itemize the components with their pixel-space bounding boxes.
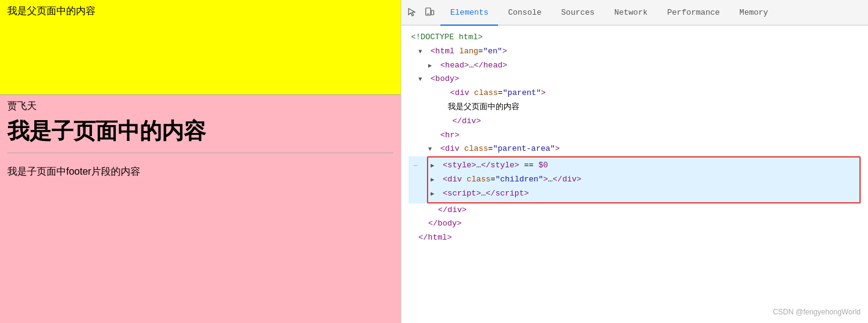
tab-network[interactable]: Network — [605, 0, 658, 26]
html-line: <html lang="en"> — [409, 45, 861, 59]
inspect-icon[interactable] — [406, 6, 418, 18]
watermark: CSDN @fengyehongWorld — [773, 306, 861, 318]
div-children-line[interactable]: <div class="children">…</div> — [428, 173, 859, 187]
script-line[interactable]: <script>…</script> — [428, 187, 859, 201]
div-parent-area-close: </div> — [409, 203, 861, 218]
parent-section: 我是父页面中的内容 — [0, 0, 401, 95]
dots-indicator: … — [413, 159, 418, 170]
parent-text: 我是父页面中的内容 — [7, 6, 96, 16]
device-icon[interactable] — [423, 6, 436, 18]
devtools-topbar: Elements Console Sources Network Perform… — [401, 0, 868, 26]
body-close-line: </body> — [409, 217, 861, 231]
div-parent-area-line: <div class="parent-area"> — [409, 142, 861, 156]
tab-elements[interactable]: Elements — [440, 0, 498, 26]
tab-performance[interactable]: Performance — [657, 0, 730, 26]
div-parent-line: <div class="parent"> — [409, 86, 861, 101]
head-line: <head>…</head> — [409, 59, 861, 73]
elements-content: <!DOCTYPE html> <html lang="en"> <head>…… — [401, 26, 868, 323]
div-parent-close-line: </div> — [409, 115, 861, 129]
hr-line: <hr> — [409, 129, 861, 143]
highlighted-block: … <style>…</style> == $0 <div class="chi… — [409, 156, 861, 203]
parent-content-line: 我是父页面中的内容 — [409, 101, 861, 115]
tab-memory[interactable]: Memory — [730, 0, 778, 26]
child-heading: 我是子页面中的内容 — [7, 116, 393, 153]
devtools-panel: Elements Console Sources Network Perform… — [401, 0, 868, 323]
child-section: 贾飞天 我是子页面中的内容 我是子页面中footer片段的内容 — [0, 95, 401, 323]
child-name: 贾飞天 — [7, 100, 393, 113]
tab-sources[interactable]: Sources — [551, 0, 605, 26]
child-footer: 我是子页面中footer片段的内容 — [7, 165, 393, 178]
doctype-line: <!DOCTYPE html> — [409, 31, 861, 45]
style-line[interactable]: <style>…</style> == $0 — [428, 159, 859, 173]
svg-rect-1 — [431, 10, 434, 15]
browser-preview: 我是父页面中的内容 贾飞天 我是子页面中的内容 我是子页面中footer片段的内… — [0, 0, 401, 323]
body-open-line: <body> — [409, 72, 861, 86]
html-close-line: </html> — [409, 231, 861, 245]
boxed-lines: <style>…</style> == $0 <div class="child… — [427, 156, 861, 203]
tab-console[interactable]: Console — [498, 0, 551, 26]
